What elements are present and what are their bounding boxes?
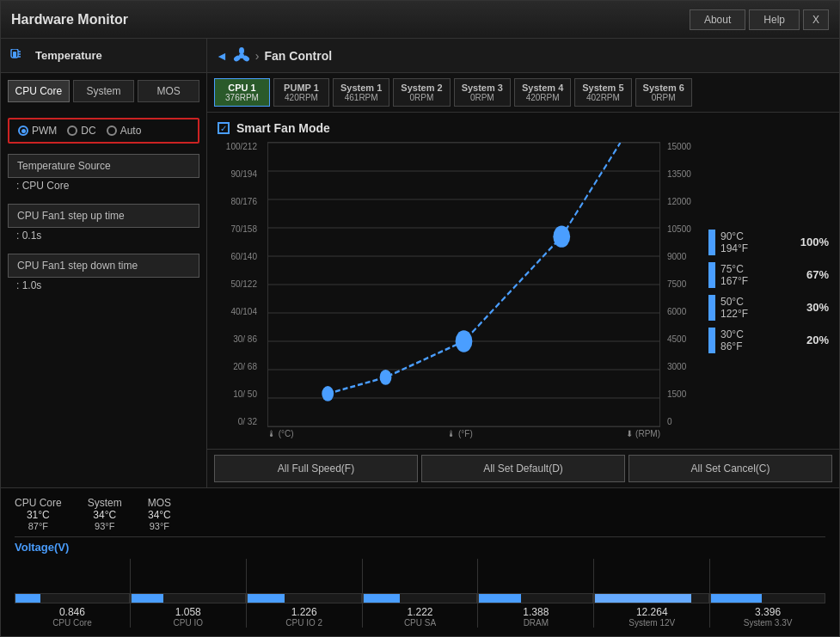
right-panel: ◄ › Fan Control CPU 1 376RPM PUMP 1 [207, 39, 839, 487]
voltage-name-5: System 12V [628, 618, 675, 628]
temp-cpu-core: CPU Core 31°C 87°F [15, 497, 62, 531]
temp-source-button[interactable]: Temperature Source [8, 154, 199, 178]
fan-tab-sys3[interactable]: System 3 0RPM [454, 78, 511, 107]
step-up-button[interactable]: CPU Fan1 step up time [8, 204, 199, 228]
y-label-60: 60/140 [230, 252, 257, 261]
radio-pwm[interactable]: PWM [18, 125, 57, 137]
chart-point-4[interactable] [553, 225, 570, 247]
smart-fan-checkbox[interactable]: ✓ [218, 122, 230, 134]
legend-text-3: 30°C 86°F [720, 328, 744, 352]
legend-temp-f-0: 194°F [720, 242, 748, 254]
step-down-value: : 1.0s [8, 278, 199, 293]
chart-title: Smart Fan Mode [236, 121, 330, 135]
y-label-70: 70/158 [230, 224, 257, 234]
y-label-30: 30/ 86 [233, 334, 257, 344]
voltage-name-2: CPU IO 2 [285, 618, 322, 628]
legend-temp-c-1: 75°C [720, 263, 748, 275]
voltage-bar-container-3 [363, 593, 478, 603]
step-up-value: : 0.1s [8, 228, 199, 243]
fan-tab-sys3-rpm: 0RPM [462, 93, 503, 102]
chart-legend: 90°C 194°F 100% 75°C 167°F 67% [708, 142, 829, 440]
title-bar-buttons: About Help X [690, 9, 829, 30]
voltage-name-4: DRAM [524, 618, 549, 628]
voltage-val-4: 1.388 [523, 606, 549, 618]
nav-back-icon[interactable]: ◄ [216, 49, 228, 63]
temperature-icon [9, 49, 28, 63]
voltage-bar-4 [479, 594, 521, 603]
fan-tab-sys2-rpm: 0RPM [401, 93, 442, 102]
chart-point-1[interactable] [322, 386, 334, 401]
radio-pwm-circle [18, 126, 28, 136]
left-panel-title: Temperature [35, 49, 102, 62]
legend-item-2: 50°C 122°F 30% [708, 295, 829, 321]
fan-tab-cpu1[interactable]: CPU 1 376RPM [214, 78, 270, 107]
voltage-cpu-sa: 1.222 CPU SA [363, 593, 478, 628]
fan-tab-sys6[interactable]: System 6 0RPM [635, 78, 692, 107]
legend-item-0: 90°C 194°F 100% [708, 230, 829, 255]
rpm-13500: 13500 [667, 169, 702, 179]
tab-cpu-core[interactable]: CPU Core [8, 80, 70, 102]
fan-tab-sys4[interactable]: System 4 420RPM [514, 78, 571, 107]
chart-point-2[interactable] [380, 370, 392, 385]
legend-pct-3: 20% [806, 334, 829, 346]
fan-tab-sys6-name: System 6 [643, 83, 684, 93]
voltage-label: Voltage(V) [15, 539, 825, 555]
temp-source-value: : CPU Core [8, 178, 199, 193]
fan-tab-pump1-name: PUMP 1 [281, 83, 322, 93]
stats-divider [15, 536, 825, 537]
fan-tabs: CPU 1 376RPM PUMP 1 420RPM System 1 461R… [207, 73, 839, 113]
fan-tab-sys1-rpm: 461RPM [340, 93, 382, 102]
radio-dc-circle [67, 126, 77, 136]
voltage-val-6: 3.396 [755, 606, 781, 618]
voltage-val-5: 12.264 [636, 606, 668, 618]
help-button[interactable]: Help [749, 9, 800, 30]
fan-tab-sys1[interactable]: System 1 461RPM [333, 78, 389, 107]
legend-temp-c-2: 50°C [720, 296, 748, 308]
close-button[interactable]: X [803, 9, 829, 30]
legend-pct-0: 100% [800, 236, 829, 248]
fan-tab-sys1-name: System 1 [340, 83, 382, 93]
chart-point-3[interactable] [456, 330, 473, 352]
tab-system[interactable]: System [73, 80, 135, 102]
temp-sys-c: 34°C [93, 509, 116, 521]
all-full-speed-button[interactable]: All Full Speed(F) [214, 455, 418, 482]
fan-tab-sys6-rpm: 0RPM [643, 93, 684, 102]
about-button[interactable]: About [690, 9, 745, 30]
step-down-button[interactable]: CPU Fan1 step down time [8, 254, 199, 278]
chart-main-area: 🌡 (°C) 🌡 (°F) ⬇ (RPM) [267, 142, 660, 440]
fan-tab-cpu1-rpm: 376RPM [222, 93, 262, 102]
chart-plot[interactable] [267, 142, 660, 427]
voltage-bar-container-0 [15, 593, 130, 603]
rpm-axis-labels: 15000 13500 12000 10500 9000 7500 6000 4… [667, 142, 702, 440]
temp-mos: MOS 34°C 93°F [148, 497, 171, 531]
legend-bar-3 [708, 328, 715, 353]
rpm-12000: 12000 [667, 197, 702, 206]
radio-pwm-label: PWM [32, 125, 57, 137]
fan-tab-sys5[interactable]: System 5 402RPM [574, 78, 631, 107]
voltage-name-0: CPU Core [52, 618, 92, 628]
voltage-bar-6 [711, 594, 762, 603]
radio-dc[interactable]: DC [67, 125, 95, 137]
chart-area: ✓ Smart Fan Mode 100/212 90/194 80/176 7… [207, 113, 839, 449]
x-axis-flame-c: 🌡 (°C) [267, 429, 294, 438]
fan-tab-sys2[interactable]: System 2 0RPM [393, 78, 450, 107]
title-bar: Hardware Monitor About Help X [1, 1, 839, 39]
fan-tab-pump1-rpm: 420RPM [281, 93, 322, 102]
tab-mos[interactable]: MOS [138, 80, 199, 102]
rpm-9000: 9000 [667, 252, 702, 261]
radio-auto[interactable]: Auto [107, 125, 142, 137]
legend-temp-c-0: 90°C [720, 230, 748, 242]
all-set-cancel-button[interactable]: All Set Cancel(C) [628, 455, 832, 482]
y-label-40: 40/104 [230, 307, 257, 316]
left-tab-row: CPU Core System MOS [1, 73, 206, 109]
all-set-default-button[interactable]: All Set Default(D) [421, 455, 625, 482]
legend-temp-f-2: 122°F [720, 308, 748, 320]
rpm-6000: 6000 [667, 307, 702, 316]
legend-item-1: 75°C 167°F 67% [708, 262, 829, 288]
temp-system: System 34°C 93°F [88, 497, 122, 531]
fan-tab-pump1[interactable]: PUMP 1 420RPM [273, 78, 329, 107]
voltage-bar-container-6 [710, 593, 825, 603]
rpm-15000: 15000 [667, 142, 702, 151]
radio-auto-label: Auto [120, 125, 142, 137]
temp-cpu-c: 31°C [27, 509, 50, 521]
